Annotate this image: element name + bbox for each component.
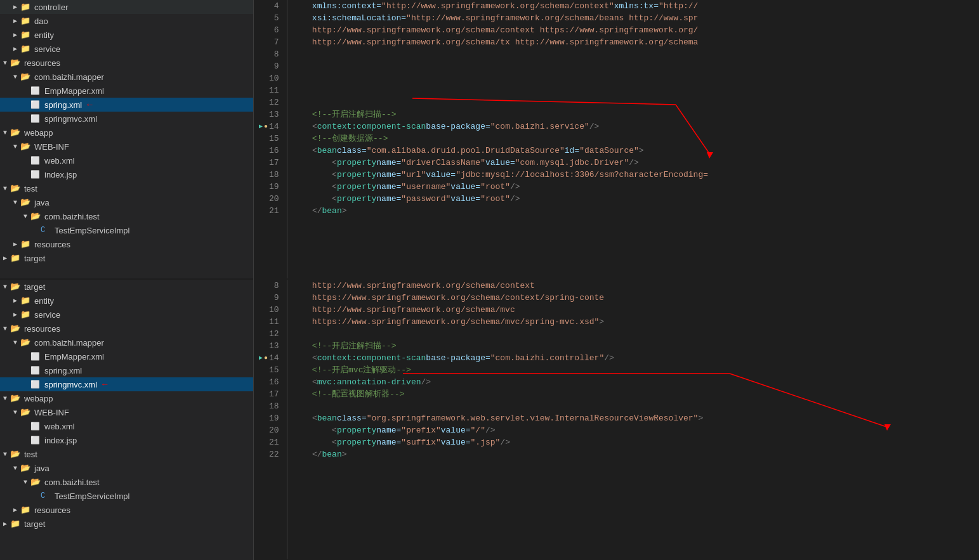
tree-item-webapp-b[interactable]: ▼ 📂 webapp	[0, 391, 253, 405]
code-line-empty	[292, 48, 979, 60]
warning-gutter-icon: ●	[264, 120, 268, 133]
tree-label: service	[34, 310, 60, 320]
tree-label: dao	[34, 16, 48, 26]
tree-item-web-b[interactable]: ⬜ web.xml	[0, 419, 253, 433]
tree-item-entity[interactable]: ▶ 📁 entity	[0, 28, 253, 42]
chevron-down-icon: ▼	[0, 60, 10, 67]
chevron-right-icon: ▶	[10, 311, 20, 318]
tree-label: index.jsp	[44, 436, 77, 445]
chevron-right-icon: ▶	[10, 17, 20, 25]
tree-item-target-end[interactable]: ▶ 📁 target	[0, 517, 253, 531]
tree-label: index.jsp	[44, 170, 77, 179]
chevron-down-icon: ▼	[20, 213, 30, 220]
tree-item-mapper[interactable]: ▼ 📂 com.baizhi.mapper	[0, 70, 253, 84]
code-line-empty	[292, 96, 979, 108]
xml-file-icon: ⬜	[30, 366, 42, 375]
tree-item-resources-b2[interactable]: ▶ 📁 resources	[0, 503, 253, 517]
editor-top[interactable]: 4 5 6 7 8 9 10 11 12 13 ▶ ● 14 15 16 17 …	[254, 0, 979, 280]
chevron-down-icon: ▼	[10, 465, 20, 472]
comment-text: <!--配置视图解析器-->	[292, 388, 405, 400]
tree-item-test[interactable]: ▼ 📂 test	[0, 181, 253, 195]
folder-icon: 📂	[20, 197, 32, 207]
tree-label: TestEmpServiceImpl	[55, 226, 129, 235]
editor-panel: 4 5 6 7 8 9 10 11 12 13 ▶ ● 14 15 16 17 …	[254, 0, 979, 560]
tree-label: EmpMapper.xml	[44, 352, 104, 361]
code-line: </bean>	[292, 448, 979, 460]
tree-item-index-jsp[interactable]: ⬜ index.jsp	[0, 167, 253, 181]
tree-item-controller[interactable]: ▶ 📁 controller	[0, 0, 253, 14]
tree-item-spring-xml[interactable]: ⬜ spring.xml ←	[0, 98, 253, 112]
code-line: </bean>	[292, 205, 979, 217]
tree-item-webinf[interactable]: ▼ 📂 WEB-INF	[0, 140, 253, 153]
tree-item-mapper-b[interactable]: ▼ 📂 com.baizhi.mapper	[0, 335, 253, 349]
xml-file-icon: ⬜	[30, 86, 42, 96]
tree-item-webapp[interactable]: ▼ 📂 webapp	[0, 126, 253, 140]
chevron-down-icon: ▼	[0, 185, 10, 192]
tree-item-service-b[interactable]: ▶ 📁 service	[0, 308, 253, 322]
code-line: <bean class="com.alibaba.druid.pool.Drui…	[292, 145, 979, 157]
chevron-down-icon: ▼	[10, 74, 20, 81]
tree-label: service	[34, 44, 60, 54]
tree-label: TestEmpServiceImpl	[55, 492, 129, 501]
tree-item-com-test-b[interactable]: ▼ 📂 com.baizhi.test	[0, 475, 253, 489]
folder-icon: 📂	[10, 127, 22, 138]
code-line: <!--开启mvc注解驱动-->	[292, 364, 979, 376]
tree-item-java[interactable]: ▼ 📂 java	[0, 195, 253, 209]
tree-item-service-top[interactable]: ▶ 📁 service	[0, 42, 253, 56]
code-content-top[interactable]: xmlns:context="http://www.springframewor…	[287, 0, 979, 278]
tree-label: spring.xml	[44, 100, 82, 110]
tree-label: target	[24, 282, 45, 292]
tree-item-indexjsp-b[interactable]: ⬜ index.jsp	[0, 433, 253, 447]
editor-bottom[interactable]: 8 9 10 11 12 13 ▶ ● 14 15 16 17 18 19 20…	[254, 280, 979, 559]
xml-file-icon: ⬜	[30, 352, 42, 361]
comment-text: <!--开启mvc注解驱动-->	[292, 364, 411, 376]
tree-item-entity-b[interactable]: ▶ 📁 entity	[0, 294, 253, 308]
xml-file-icon: ⬜	[30, 422, 42, 431]
folder-icon: 📁	[20, 44, 32, 54]
tree-item-test-b[interactable]: ▼ 📂 test	[0, 447, 253, 461]
code-line-empty	[292, 328, 979, 340]
attr-text: xsi:schemaLocation=	[292, 12, 406, 24]
tree-item-java-b[interactable]: ▼ 📂 java	[0, 461, 253, 475]
tree-item-resources[interactable]: ▼ 📂 resources	[0, 56, 253, 70]
tree-item-com-test[interactable]: ▼ 📂 com.baizhi.test	[0, 209, 253, 223]
folder-icon: 📂	[20, 337, 32, 348]
tree-item-target-bottom-marker[interactable]: ▶ 📁 target	[0, 251, 253, 265]
chevron-down-icon: ▼	[0, 395, 10, 402]
code-content-bottom[interactable]: http://www.springframework.org/schema/co…	[287, 280, 979, 559]
tree-label: test	[24, 184, 37, 193]
tree-item-target-b[interactable]: ▼ 📂 target	[0, 280, 253, 294]
tree-item-springmvc-b[interactable]: ⬜ springmvc.xml ←	[0, 377, 253, 391]
tree-item-testempservice-b[interactable]: C TestEmpServiceImpl	[0, 489, 253, 503]
tree-label: target	[24, 519, 45, 529]
folder-icon: 📂	[20, 407, 32, 417]
tree-item-empmapper-b[interactable]: ⬜ EmpMapper.xml	[0, 349, 253, 363]
folder-icon: 📁	[20, 2, 32, 12]
code-line-empty	[292, 217, 979, 229]
tree-item-resources2[interactable]: ▶ 📁 resources	[0, 237, 253, 251]
chevron-right-icon: ▶	[10, 31, 20, 39]
chevron-down-icon: ▼	[10, 339, 20, 346]
tree-item-empmapper[interactable]: ⬜ EmpMapper.xml	[0, 84, 253, 98]
folder-icon: 📂	[10, 393, 22, 403]
tree-item-springmvc-xml[interactable]: ⬜ springmvc.xml	[0, 112, 253, 126]
red-arrow-annotation-b: ←	[102, 379, 107, 389]
tree-item-dao[interactable]: ▶ 📁 dao	[0, 14, 253, 28]
tree-label: WEB-INF	[34, 408, 69, 417]
tree-item-resources-b[interactable]: ▼ 📂 resources	[0, 322, 253, 335]
tree-label: web.xml	[44, 422, 75, 431]
code-line: https://www.springframework.org/schema/c…	[292, 292, 979, 304]
folder-icon: 📁	[20, 309, 32, 320]
code-line: <property name="prefix" value="/"/>	[292, 424, 979, 436]
folder-icon: 📁	[20, 296, 32, 306]
tree-item-testempservice[interactable]: C TestEmpServiceImpl	[0, 223, 253, 237]
tree-item-webinf-b[interactable]: ▼ 📂 WEB-INF	[0, 405, 253, 419]
chevron-down-icon: ▼	[0, 451, 10, 458]
file-tree-bottom: ▼ 📂 target ▶ 📁 entity ▶ 📁 service ▼ 📂 re…	[0, 280, 253, 559]
tree-item-spring-b[interactable]: ⬜ spring.xml	[0, 363, 253, 377]
tree-item-web-xml[interactable]: ⬜ web.xml	[0, 153, 253, 167]
xml-file-icon: ⬜	[30, 380, 42, 389]
chevron-down-icon: ▼	[10, 409, 20, 416]
chevron-down-icon: ▼	[10, 199, 20, 206]
file-tree-panel: ▶ 📁 controller ▶ 📁 dao ▶ 📁 entity ▶ 📁 se…	[0, 0, 254, 560]
